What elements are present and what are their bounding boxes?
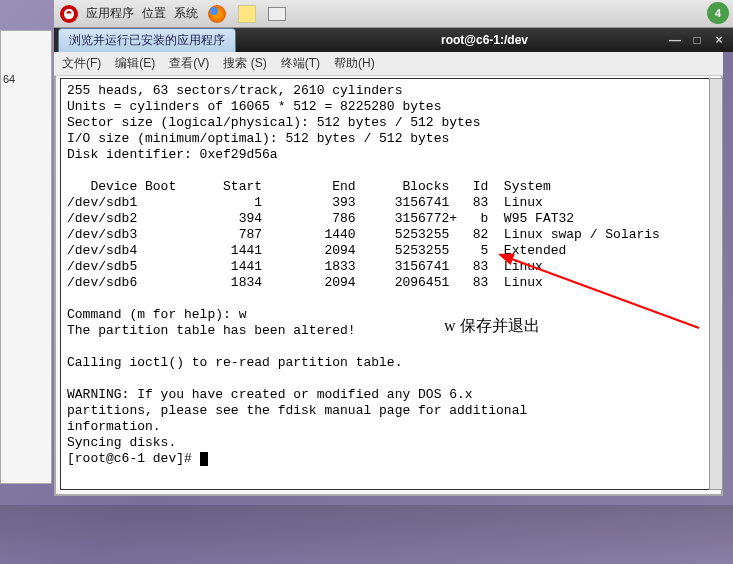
annotation-text: w 保存并退出 (444, 316, 540, 337)
redhat-icon[interactable] (60, 5, 78, 23)
menu-edit[interactable]: 编辑(E) (115, 55, 155, 72)
menu-help[interactable]: 帮助(H) (334, 55, 375, 72)
panel-icon[interactable] (266, 3, 288, 25)
close-button[interactable]: × (711, 33, 727, 47)
workspace-indicator[interactable]: 4 (707, 2, 729, 24)
window-title: root@c6-1:/dev (441, 33, 528, 47)
taskbar-apps[interactable]: 应用程序 (86, 5, 134, 22)
left-panel-text: 64 (3, 73, 15, 85)
taskbar: 应用程序 位置 系统 (54, 0, 733, 28)
firefox-icon[interactable] (206, 3, 228, 25)
tab-label: 浏览并运行已安装的应用程序 (69, 32, 225, 49)
menu-search[interactable]: 搜索 (S) (223, 55, 266, 72)
menu-file[interactable]: 文件(F) (62, 55, 101, 72)
left-panel: 64 (0, 30, 52, 484)
taskbar-system[interactable]: 系统 (174, 5, 198, 22)
terminal-frame: 255 heads, 63 sectors/track, 2610 cylind… (54, 76, 723, 496)
taskbar-places[interactable]: 位置 (142, 5, 166, 22)
maximize-button[interactable]: □ (689, 33, 705, 47)
terminal-cursor (200, 452, 208, 466)
title-bar[interactable]: root@c6-1:/dev — □ × (236, 28, 733, 52)
tab-bar: 浏览并运行已安装的应用程序 root@c6-1:/dev — □ × (54, 28, 733, 52)
minimize-button[interactable]: — (667, 33, 683, 47)
terminal-output[interactable]: 255 heads, 63 sectors/track, 2610 cylind… (60, 78, 717, 490)
menu-view[interactable]: 查看(V) (169, 55, 209, 72)
menu-bar: 文件(F) 编辑(E) 查看(V) 搜索 (S) 终端(T) 帮助(H) (54, 52, 723, 76)
note-icon[interactable] (236, 3, 258, 25)
desktop-shadow (0, 505, 733, 564)
scrollbar[interactable] (709, 78, 723, 490)
window-controls: — □ × (667, 33, 727, 47)
menu-terminal[interactable]: 终端(T) (281, 55, 320, 72)
tooltip-tab: 浏览并运行已安装的应用程序 (58, 28, 236, 52)
